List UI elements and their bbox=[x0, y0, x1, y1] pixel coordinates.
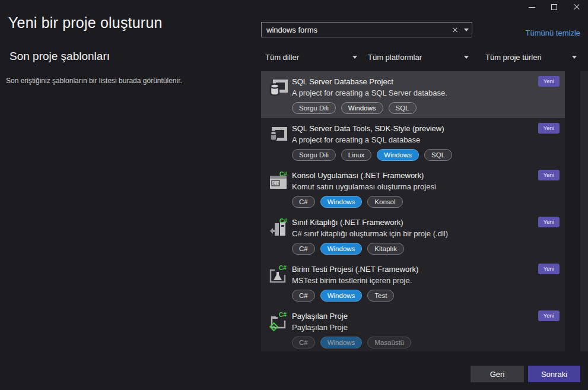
sql-data-tools-icon bbox=[268, 124, 289, 145]
svg-text:C#: C# bbox=[279, 218, 287, 224]
search-clear-button[interactable] bbox=[448, 23, 461, 37]
unit-test-icon: C# bbox=[268, 265, 289, 286]
maximize-icon bbox=[551, 4, 557, 10]
template-tags: C#WindowsTest bbox=[292, 290, 394, 302]
svg-text:C#: C# bbox=[279, 312, 287, 318]
template-description: C# sınıf kitaplığı oluşturmak için bir p… bbox=[292, 229, 448, 238]
new-badge: Yeni bbox=[538, 217, 560, 227]
search-history-dropdown[interactable] bbox=[461, 23, 472, 37]
list-scrollbar[interactable] bbox=[580, 71, 588, 351]
template-list-item[interactable]: SQL Server Database Project A project fo… bbox=[261, 71, 565, 118]
template-list-item[interactable]: C# Sınıf Kitaplığı (.NET Framework) C# s… bbox=[261, 212, 565, 259]
template-tags: C#WindowsKonsol bbox=[292, 196, 403, 208]
tag-c#[interactable]: C# bbox=[292, 337, 315, 348]
template-description: MSTest birim testlerini içeren proje. bbox=[292, 276, 412, 285]
svg-text:C#: C# bbox=[279, 171, 287, 177]
template-list-item[interactable]: C# Paylaşılan Proje Paylaşılan Proje C#W… bbox=[261, 306, 565, 351]
recent-templates-hint: Son eriştiğiniz şablonların bir listesi … bbox=[6, 77, 182, 85]
tag-sorgu-dili[interactable]: Sorgu Dili bbox=[292, 149, 336, 161]
new-badge: Yeni bbox=[538, 310, 560, 321]
tag-windows[interactable]: Windows bbox=[320, 196, 363, 208]
search-box bbox=[261, 22, 472, 37]
clear-search-icon bbox=[452, 27, 457, 33]
tag-kitapl-k[interactable]: Kitaplık bbox=[367, 243, 404, 255]
template-list-item[interactable]: C# Birim Testi Projesi (.NET Framework) … bbox=[261, 259, 565, 306]
template-title: SQL Server Database Project bbox=[292, 77, 393, 86]
tag-c#[interactable]: C# bbox=[292, 196, 315, 208]
new-badge: Yeni bbox=[538, 170, 560, 180]
svg-text:C#: C# bbox=[279, 265, 287, 271]
template-list-item[interactable]: SQL Server Data Tools, SDK-Style (previe… bbox=[261, 118, 565, 165]
new-badge: Yeni bbox=[538, 123, 560, 134]
template-tags: C#WindowsMasaüstü bbox=[292, 337, 411, 348]
back-button[interactable]: Geri bbox=[471, 366, 524, 382]
sql-database-project-icon bbox=[268, 77, 289, 99]
template-list: SQL Server Database Project A project fo… bbox=[261, 71, 565, 351]
tag-windows[interactable]: Windows bbox=[320, 243, 363, 255]
chevron-down-icon bbox=[572, 56, 577, 59]
template-description: A project for creating a SQL database bbox=[292, 135, 420, 144]
template-title: Birim Testi Projesi (.NET Framework) bbox=[292, 265, 418, 274]
svg-text:C:\: C:\ bbox=[273, 181, 280, 186]
maximize-button[interactable] bbox=[543, 0, 565, 14]
platform-filter-dropdown[interactable]: Tüm platformlar bbox=[368, 50, 469, 64]
next-button[interactable]: Sonraki bbox=[528, 366, 580, 382]
window-controls bbox=[520, 0, 588, 14]
page-title: Yeni bir proje oluşturun bbox=[8, 14, 163, 31]
tag-konsol[interactable]: Konsol bbox=[367, 196, 402, 208]
template-tags: C#WindowsKitaplık bbox=[292, 243, 404, 255]
chevron-down-icon bbox=[464, 28, 469, 31]
clear-all-link[interactable]: Tümünü temizle bbox=[526, 28, 580, 37]
tag-windows[interactable]: Windows bbox=[320, 337, 363, 348]
tag-sql[interactable]: SQL bbox=[389, 102, 417, 114]
tag-windows[interactable]: Windows bbox=[341, 102, 383, 114]
tag-c#[interactable]: C# bbox=[292, 290, 315, 302]
tag-c#[interactable]: C# bbox=[292, 243, 315, 255]
template-description: Komut satırı uygulaması oluşturma projes… bbox=[292, 182, 436, 191]
template-tags: Sorgu DiliWindowsSQL bbox=[292, 102, 417, 114]
template-title: Konsol Uygulaması (.NET Framework) bbox=[292, 171, 424, 180]
project-type-filter-label: Tüm proje türleri bbox=[485, 53, 542, 62]
project-type-filter-dropdown[interactable]: Tüm proje türleri bbox=[485, 50, 577, 64]
template-description: A project for creating a SQL Server data… bbox=[292, 88, 447, 97]
template-list-item[interactable]: C:\ C# Konsol Uygulaması (.NET Framework… bbox=[261, 165, 565, 212]
template-title: SQL Server Data Tools, SDK-Style (previe… bbox=[292, 124, 444, 133]
minimize-icon bbox=[529, 7, 535, 8]
tag-sorgu-dili[interactable]: Sorgu Dili bbox=[292, 102, 336, 114]
close-button[interactable] bbox=[565, 0, 588, 14]
chevron-down-icon bbox=[464, 56, 469, 59]
close-icon bbox=[573, 4, 580, 11]
shared-project-icon: C# bbox=[268, 312, 289, 333]
tag-windows[interactable]: Windows bbox=[377, 149, 419, 161]
language-filter-dropdown[interactable]: Tüm diller bbox=[265, 50, 357, 64]
platform-filter-label: Tüm platformlar bbox=[368, 53, 422, 62]
recent-templates-title: Son proje şablonları bbox=[9, 50, 110, 63]
new-badge: Yeni bbox=[538, 76, 560, 87]
template-description: Paylaşılan Proje bbox=[292, 323, 348, 332]
tag-sql[interactable]: SQL bbox=[424, 149, 452, 161]
tag-windows[interactable]: Windows bbox=[320, 290, 363, 302]
template-tags: Sorgu DiliLinuxWindowsSQL bbox=[292, 149, 452, 161]
console-app-icon: C:\ C# bbox=[268, 171, 289, 192]
tag-masa-st-[interactable]: Masaüstü bbox=[367, 337, 411, 348]
new-badge: Yeni bbox=[538, 264, 560, 274]
template-title: Paylaşılan Proje bbox=[292, 312, 348, 321]
chevron-down-icon bbox=[352, 56, 357, 59]
language-filter-label: Tüm diller bbox=[265, 53, 299, 62]
template-title: Sınıf Kitaplığı (.NET Framework) bbox=[292, 218, 403, 227]
tag-linux[interactable]: Linux bbox=[341, 149, 372, 161]
class-library-icon: C# bbox=[268, 218, 289, 239]
minimize-button[interactable] bbox=[520, 0, 543, 14]
tag-test[interactable]: Test bbox=[367, 290, 394, 302]
search-input[interactable] bbox=[262, 23, 448, 37]
